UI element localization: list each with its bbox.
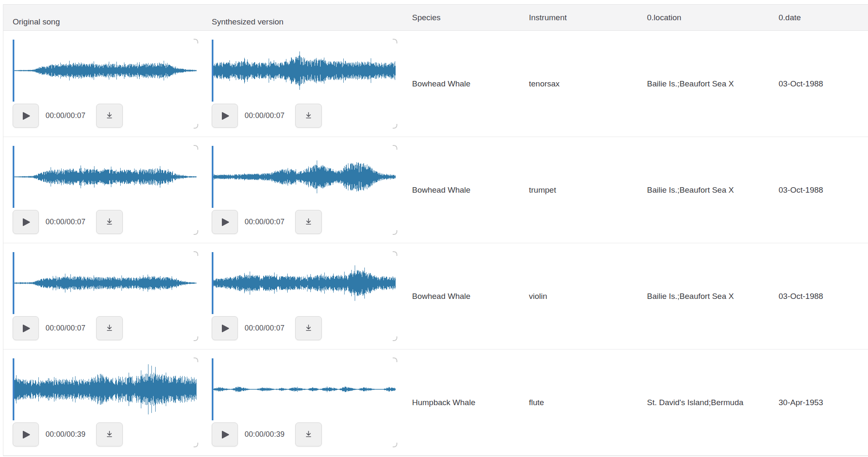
download-icon [105,111,114,121]
audio-player-original: 00:00/00:07 [13,40,197,128]
waveform[interactable] [13,146,197,208]
waveform[interactable] [212,358,396,420]
audio-player-synthesized: 00:00/00:07 [212,146,396,234]
playhead-cursor [212,358,213,420]
play-icon [22,218,30,226]
audio-controls: 00:00/00:07 [13,210,197,234]
playhead-cursor [13,40,14,102]
table-row: 00:00/00:07 00:00/00:07 Bowhead [3,137,868,243]
time-display: 00:00/00:07 [46,111,95,120]
play-icon [22,112,30,120]
audio-player-original: 00:00/00:07 [13,146,197,234]
column-header-species: Species [405,5,522,30]
time-display: 00:00/00:39 [46,430,95,439]
location-cell: Bailie Is.;Beaufort Sea X [640,31,772,137]
play-button[interactable] [13,104,39,128]
audio-player-synthesized: 00:00/00:39 [212,358,396,446]
download-button[interactable] [295,316,322,340]
audio-controls: 00:00/00:07 [212,210,396,234]
instrument-cell: tenorsax [522,31,640,137]
audio-controls: 00:00/00:07 [212,104,396,128]
original-song-cell: 00:00/00:07 [3,243,204,349]
species-cell: Bowhead Whale [405,31,522,137]
playhead-cursor [212,146,213,208]
table-row: 00:00/00:07 00:00/00:07 Bowhead [3,31,868,137]
play-button[interactable] [212,316,238,340]
synthesized-version-cell: 00:00/00:39 [204,349,405,455]
date-cell: 03-Oct-1988 [772,137,868,243]
download-button[interactable] [96,104,123,128]
species-cell: Bowhead Whale [405,137,522,243]
time-display: 00:00/00:07 [245,111,294,120]
table-header: Original song Synthesized version Specie… [3,5,868,31]
date-cell: 03-Oct-1988 [772,243,868,349]
original-song-cell: 00:00/00:07 [3,31,204,137]
download-icon [105,323,114,333]
download-button[interactable] [295,210,322,234]
audio-player-synthesized: 00:00/00:07 [212,252,396,340]
play-button[interactable] [212,104,238,128]
instrument-cell: violin [522,243,640,349]
corner-bracket-icon [194,336,198,341]
original-song-cell: 00:00/00:39 [3,349,204,455]
audio-controls: 00:00/00:39 [212,422,396,446]
songs-table: Original song Synthesized version Specie… [3,4,868,456]
waveform-svg [13,358,197,420]
table-row: 00:00/00:07 00:00/00:07 Bowhead [3,243,868,349]
download-icon [304,323,313,333]
waveform-svg [13,252,197,314]
corner-bracket-icon [194,124,198,129]
column-header-date: 0.date [772,5,868,30]
synthesized-version-cell: 00:00/00:07 [204,31,405,137]
download-button[interactable] [96,422,123,446]
corner-bracket-icon [393,230,397,235]
play-button[interactable] [13,316,39,340]
audio-controls: 00:00/00:39 [13,422,197,446]
play-button[interactable] [13,210,39,234]
corner-bracket-icon [393,124,397,129]
waveform-svg [13,146,197,208]
instrument-cell: flute [522,349,640,455]
synthesized-version-cell: 00:00/00:07 [204,243,405,349]
waveform[interactable] [212,146,396,208]
audio-player-original: 00:00/00:39 [13,358,197,446]
location-cell: St. David's Island;Bermuda [640,349,772,455]
corner-bracket-icon [194,443,198,447]
waveform-svg [212,358,396,420]
instrument-cell: trumpet [522,137,640,243]
audio-player-synthesized: 00:00/00:07 [212,40,396,128]
waveform[interactable] [13,40,197,102]
time-display: 00:00/00:07 [46,324,95,333]
time-display: 00:00/00:07 [46,218,95,226]
waveform[interactable] [212,40,396,102]
download-button[interactable] [96,316,123,340]
audio-controls: 00:00/00:07 [13,104,197,128]
playhead-cursor [212,252,213,314]
date-cell: 03-Oct-1988 [772,31,868,137]
play-icon [221,112,229,120]
download-button[interactable] [96,210,123,234]
waveform[interactable] [13,358,197,420]
play-icon [221,430,229,439]
waveform-svg [13,40,197,102]
play-icon [22,324,30,333]
time-display: 00:00/00:39 [245,430,294,439]
species-cell: Humpback Whale [405,349,522,455]
play-button[interactable] [212,210,238,234]
playhead-cursor [13,146,14,208]
synthesized-version-cell: 00:00/00:07 [204,137,405,243]
column-header-instrument: Instrument [522,5,640,30]
download-button[interactable] [295,104,322,128]
play-button[interactable] [13,422,39,446]
waveform[interactable] [13,252,197,314]
time-display: 00:00/00:07 [245,324,294,333]
column-header-location: 0.location [640,5,772,30]
time-display: 00:00/00:07 [245,218,294,226]
corner-bracket-icon [194,230,198,235]
corner-bracket-icon [393,336,397,341]
download-icon [304,430,313,439]
play-button[interactable] [212,422,238,446]
waveform[interactable] [212,252,396,314]
download-button[interactable] [295,422,322,446]
original-song-cell: 00:00/00:07 [3,137,204,243]
